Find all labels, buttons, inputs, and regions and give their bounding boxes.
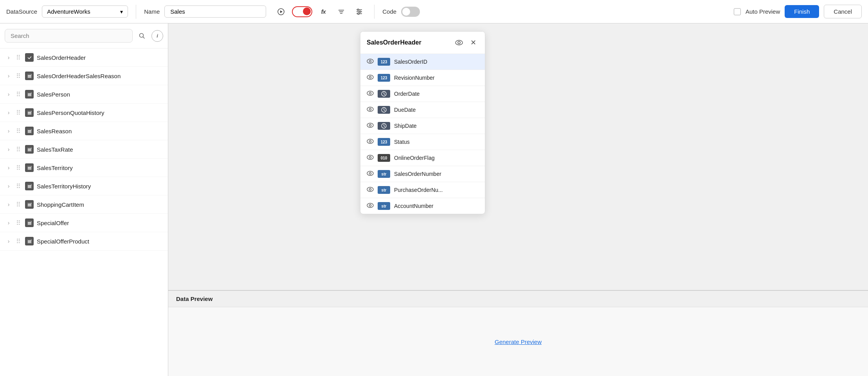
auto-preview-checkbox[interactable] [734, 8, 741, 15]
svg-point-83 [367, 203, 373, 208]
field-eye-icon[interactable] [367, 202, 374, 209]
data-preview-section: Data Preview Generate Preview [168, 290, 868, 376]
field-name: DueDate [394, 107, 416, 113]
right-content: SalesOrderHeader ✕ 123SalesOrderID123Rev… [168, 23, 868, 376]
svg-rect-17 [28, 77, 31, 78]
table-name: ShoppingCartItem [37, 201, 84, 208]
datasource-label: DataSource [6, 8, 37, 15]
toggle-knob [303, 7, 311, 15]
info-icon[interactable]: i [151, 30, 163, 42]
svg-point-10 [358, 13, 359, 14]
svg-rect-23 [28, 112, 31, 113]
cancel-button[interactable]: Cancel [824, 5, 862, 18]
chevron-icon: › [5, 109, 12, 116]
search-input[interactable] [5, 29, 133, 43]
table-name: SalesReason [37, 128, 72, 134]
field-name: PurchaseOrderNu... [394, 187, 443, 193]
svg-rect-19 [28, 93, 31, 94]
svg-rect-52 [28, 241, 31, 242]
svg-rect-53 [28, 242, 31, 243]
table-item[interactable]: ›⠿SalesPerson [0, 85, 168, 104]
field-eye-icon[interactable] [367, 154, 374, 161]
svg-rect-45 [28, 206, 31, 206]
field-item[interactable]: strSalesOrderNumber [360, 166, 485, 182]
header-bar: DataSource AdventureWorks ▾ Name fx [0, 0, 868, 23]
svg-rect-15 [28, 75, 31, 76]
svg-point-75 [367, 139, 373, 143]
table-item[interactable]: ›⠿SalesTerritoryHistory [0, 177, 168, 195]
table-item[interactable]: ›⠿ShoppingCartItem [0, 195, 168, 214]
sidebar: i ›⠿SalesOrderHeader›⠿SalesOrderHeaderSa… [0, 23, 168, 376]
table-item[interactable]: ›⠿SpecialOfferProduct [0, 232, 168, 251]
field-item[interactable]: 123RevisionNumber [360, 70, 485, 86]
chevron-icon: › [5, 146, 12, 152]
table-type-icon [25, 53, 34, 62]
svg-rect-28 [28, 131, 31, 132]
code-label: Code [382, 8, 396, 15]
field-type-badge: 123 [378, 74, 390, 82]
table-item[interactable]: ›⠿SalesTerritory [0, 159, 168, 177]
toggle-button[interactable] [292, 6, 312, 17]
svg-rect-40 [28, 186, 31, 187]
drag-icon: ⠿ [15, 164, 22, 172]
field-item[interactable]: 123Status [360, 134, 485, 150]
field-item[interactable]: 123SalesOrderID [360, 54, 485, 70]
field-item[interactable]: 010OnlineOrderFlag [360, 150, 485, 166]
field-type-badge: str [378, 170, 390, 178]
sliders-button[interactable] [352, 5, 366, 19]
field-name: RevisionNumber [394, 75, 434, 81]
svg-rect-24 [28, 113, 31, 113]
field-eye-icon[interactable] [367, 58, 374, 65]
field-item[interactable]: ShipDate [360, 118, 485, 134]
svg-rect-51 [28, 240, 31, 241]
drag-icon: ⠿ [15, 238, 22, 245]
field-item[interactable]: strPurchaseOrderNu... [360, 182, 485, 198]
finish-button[interactable]: Finish [785, 5, 819, 18]
field-type-badge: str [378, 186, 390, 194]
field-eye-icon[interactable] [367, 138, 374, 145]
svg-rect-43 [28, 204, 31, 204]
svg-point-81 [367, 187, 373, 192]
popup-title: SalesOrderHeader [367, 39, 450, 46]
popup-close-button[interactable]: ✕ [468, 37, 479, 48]
table-type-icon [25, 237, 34, 245]
code-toggle[interactable] [401, 7, 420, 17]
field-name: OrderDate [394, 91, 420, 97]
field-eye-icon[interactable] [367, 170, 374, 177]
table-item[interactable]: ›⠿SalesOrderHeaderSalesReason [0, 67, 168, 85]
popup-eye-button[interactable] [454, 37, 465, 48]
table-type-icon [25, 108, 34, 117]
search-icon[interactable] [136, 30, 148, 42]
fx-button[interactable]: fx [316, 5, 330, 19]
field-eye-icon[interactable] [367, 74, 374, 81]
field-type-badge [378, 122, 390, 130]
table-item[interactable]: ›⠿SalesReason [0, 122, 168, 140]
field-item[interactable]: DueDate [360, 102, 485, 118]
table-type-icon [25, 218, 34, 227]
field-eye-icon[interactable] [367, 186, 374, 193]
svg-rect-32 [28, 149, 31, 150]
table-item[interactable]: ›⠿SalesTaxRate [0, 140, 168, 159]
field-eye-icon[interactable] [367, 90, 374, 97]
svg-point-6 [357, 9, 359, 11]
svg-point-76 [369, 140, 371, 142]
field-item[interactable]: OrderDate [360, 86, 485, 102]
datasource-select[interactable]: AdventureWorks ▾ [42, 5, 128, 18]
chevron-icon: › [5, 91, 12, 97]
field-eye-icon[interactable] [367, 122, 374, 129]
play-button[interactable] [274, 5, 288, 19]
table-type-icon [25, 145, 34, 154]
name-input[interactable] [164, 5, 266, 18]
svg-rect-21 [28, 95, 31, 96]
filter-button[interactable] [334, 5, 348, 19]
table-item[interactable]: ›⠿SpecialOffer [0, 214, 168, 232]
svg-point-54 [456, 40, 463, 45]
table-type-icon [25, 200, 34, 209]
field-eye-icon[interactable] [367, 106, 374, 113]
table-item[interactable]: ›⠿SalesPersonQuotaHistory [0, 104, 168, 122]
field-item[interactable]: strAccountNumber [360, 198, 485, 214]
table-name: SalesTerritory [37, 165, 73, 171]
generate-preview-link[interactable]: Generate Preview [495, 338, 542, 345]
table-item[interactable]: ›⠿SalesOrderHeader [0, 48, 168, 67]
field-type-badge: 010 [378, 154, 390, 162]
